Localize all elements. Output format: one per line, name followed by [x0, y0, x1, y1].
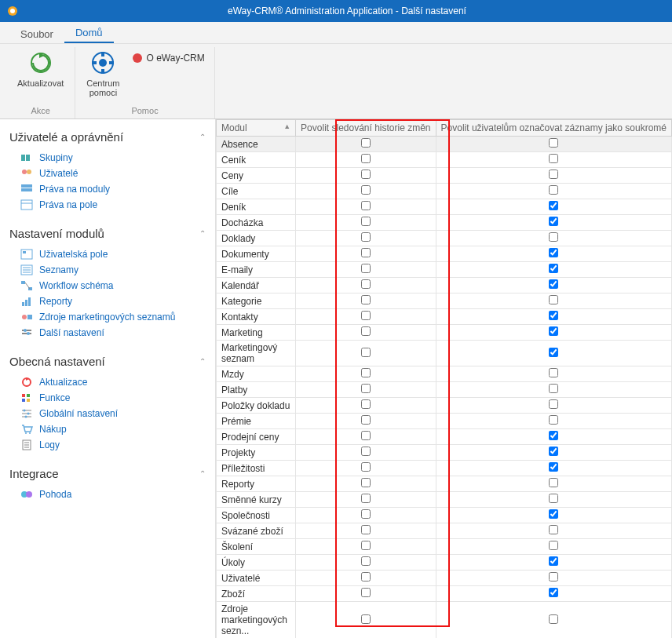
- private-checkbox[interactable]: [549, 248, 558, 257]
- col-modul[interactable]: Modul ▲: [217, 120, 296, 137]
- sidebar-item[interactable]: Nákup: [6, 421, 209, 437]
- sidebar-item[interactable]: Funkce: [6, 390, 209, 406]
- sidebar-item[interactable]: Aktualizace: [6, 374, 209, 390]
- private-checkbox[interactable]: [549, 415, 558, 425]
- table-row[interactable]: Školení: [217, 539, 672, 555]
- private-checkbox[interactable]: [549, 348, 558, 357]
- history-checkbox[interactable]: [361, 368, 371, 377]
- col-private[interactable]: Povolit uživatelům označovat záznamy jak…: [436, 120, 671, 137]
- private-checkbox[interactable]: [549, 399, 558, 409]
- history-checkbox[interactable]: [361, 588, 371, 597]
- private-checkbox[interactable]: [549, 368, 558, 377]
- history-checkbox[interactable]: [361, 541, 371, 550]
- table-row[interactable]: Doklady: [217, 231, 672, 246]
- history-checkbox[interactable]: [361, 572, 371, 581]
- private-checkbox[interactable]: [549, 201, 558, 210]
- sidebar-item[interactable]: Uživatelé: [6, 166, 209, 181]
- table-row[interactable]: Dokumenty: [217, 246, 672, 262]
- table-row[interactable]: Mzdy: [217, 366, 672, 382]
- private-checkbox[interactable]: [549, 185, 558, 195]
- sidebar-item[interactable]: Pohoda: [6, 487, 209, 502]
- private-checkbox[interactable]: [549, 614, 558, 624]
- sidebar-item[interactable]: Seznamy: [6, 262, 209, 278]
- sidebar-item[interactable]: Zdroje marketingových seznamů: [6, 309, 209, 325]
- private-checkbox[interactable]: [549, 541, 558, 550]
- history-checkbox[interactable]: [361, 509, 371, 519]
- tab-domu[interactable]: Domů: [64, 22, 114, 43]
- history-checkbox[interactable]: [361, 170, 371, 179]
- history-checkbox[interactable]: [361, 384, 371, 393]
- private-checkbox[interactable]: [549, 525, 558, 534]
- help-center-button[interactable]: Centrum pomoci: [82, 47, 124, 100]
- table-row[interactable]: Položky dokladu: [217, 398, 672, 414]
- sidebar-item[interactable]: Reporty: [6, 293, 209, 309]
- history-checkbox[interactable]: [361, 264, 371, 273]
- table-row[interactable]: Prémie: [217, 414, 672, 429]
- private-checkbox[interactable]: [549, 494, 558, 503]
- table-row[interactable]: Marketingový seznam: [217, 341, 672, 366]
- history-checkbox[interactable]: [361, 311, 371, 320]
- history-checkbox[interactable]: [361, 415, 371, 425]
- private-checkbox[interactable]: [549, 217, 558, 226]
- private-checkbox[interactable]: [549, 232, 558, 242]
- table-row[interactable]: Zboží: [217, 586, 672, 602]
- private-checkbox[interactable]: [549, 138, 558, 148]
- history-checkbox[interactable]: [361, 295, 371, 304]
- sidebar-section-header[interactable]: Uživatelé a oprávnění⌃: [6, 127, 209, 150]
- tab-soubor[interactable]: Soubor: [9, 24, 64, 43]
- private-checkbox[interactable]: [549, 295, 558, 304]
- sidebar-item[interactable]: Globální nastavení: [6, 406, 209, 421]
- table-row[interactable]: Uživatelé: [217, 571, 672, 586]
- history-checkbox[interactable]: [361, 232, 371, 242]
- history-checkbox[interactable]: [361, 248, 371, 257]
- about-button[interactable]: O eWay-CRM: [128, 50, 208, 66]
- table-row[interactable]: Kontakty: [217, 309, 672, 325]
- history-checkbox[interactable]: [361, 614, 371, 624]
- table-row[interactable]: Docházka: [217, 215, 672, 231]
- private-checkbox[interactable]: [549, 588, 558, 597]
- table-row[interactable]: Cíle: [217, 184, 672, 199]
- private-checkbox[interactable]: [549, 509, 558, 519]
- table-row[interactable]: E-maily: [217, 262, 672, 278]
- history-checkbox[interactable]: [361, 494, 371, 503]
- history-checkbox[interactable]: [361, 185, 371, 195]
- sidebar-item[interactable]: Práva na pole: [6, 197, 209, 213]
- private-checkbox[interactable]: [549, 311, 558, 320]
- table-row[interactable]: Deník: [217, 199, 672, 215]
- sidebar-item[interactable]: Uživatelská pole: [6, 246, 209, 262]
- col-history[interactable]: Povolit sledování historie změn: [296, 120, 436, 137]
- history-checkbox[interactable]: [361, 478, 371, 487]
- private-checkbox[interactable]: [549, 447, 558, 456]
- sidebar-item[interactable]: Workflow schéma: [6, 278, 209, 293]
- history-checkbox[interactable]: [361, 201, 371, 210]
- private-checkbox[interactable]: [549, 384, 558, 393]
- private-checkbox[interactable]: [549, 154, 558, 163]
- sidebar-item[interactable]: Skupiny: [6, 150, 209, 166]
- sidebar-section-header[interactable]: Integrace⌃: [6, 464, 209, 487]
- table-row[interactable]: Prodejní ceny: [217, 429, 672, 445]
- history-checkbox[interactable]: [361, 348, 371, 357]
- private-checkbox[interactable]: [549, 170, 558, 179]
- table-row[interactable]: Reporty: [217, 476, 672, 492]
- table-row[interactable]: Absence: [217, 137, 672, 152]
- table-row[interactable]: Zdroje marketingových sezn...: [217, 602, 672, 639]
- table-row[interactable]: Projekty: [217, 445, 672, 461]
- table-row[interactable]: Úkoly: [217, 555, 672, 571]
- table-row[interactable]: Platby: [217, 382, 672, 398]
- sidebar-section-header[interactable]: Nastavení modulů⌃: [6, 224, 209, 246]
- private-checkbox[interactable]: [549, 264, 558, 273]
- history-checkbox[interactable]: [361, 217, 371, 226]
- history-checkbox[interactable]: [361, 447, 371, 456]
- sidebar-item[interactable]: Další nastavení: [6, 325, 209, 341]
- private-checkbox[interactable]: [549, 431, 558, 440]
- history-checkbox[interactable]: [361, 138, 371, 148]
- private-checkbox[interactable]: [549, 462, 558, 472]
- table-row[interactable]: Příležitosti: [217, 461, 672, 476]
- private-checkbox[interactable]: [549, 478, 558, 487]
- private-checkbox[interactable]: [549, 556, 558, 566]
- table-row[interactable]: Společnosti: [217, 508, 672, 523]
- table-row[interactable]: Směnné kurzy: [217, 492, 672, 508]
- history-checkbox[interactable]: [361, 326, 371, 336]
- history-checkbox[interactable]: [361, 556, 371, 566]
- private-checkbox[interactable]: [549, 572, 558, 581]
